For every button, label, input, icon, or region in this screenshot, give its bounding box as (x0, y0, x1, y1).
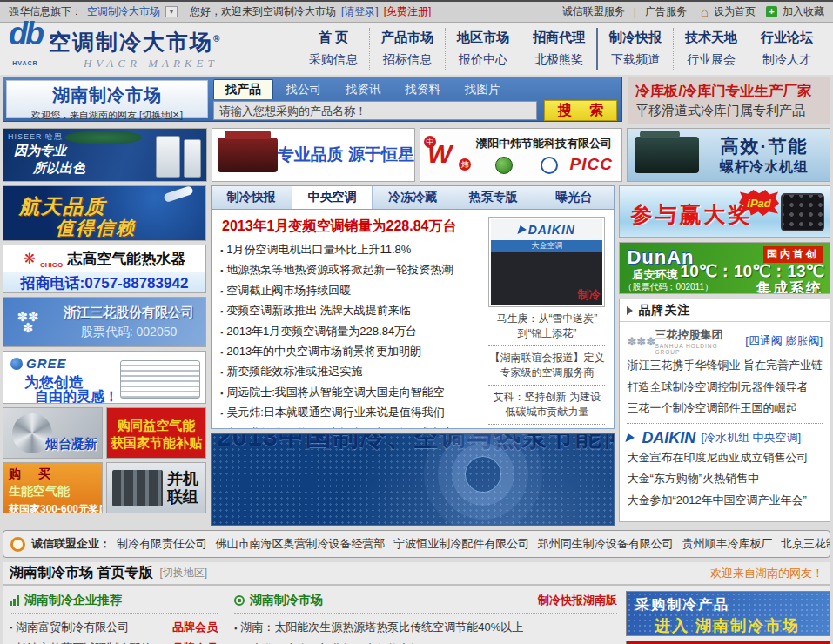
search-row: 湖南制冷市场 欢迎您，来自湖南的网友 [切换地区] 找产品 找公司 找资讯 找资… (0, 75, 833, 124)
ad-service-link[interactable]: 广告服务 (645, 4, 687, 19)
news-item[interactable]: 周远院士:我国将从智能空调大国走向智能空 (220, 383, 480, 403)
sanhua-company: 浙江三花股份有限公司 (52, 305, 205, 321)
set-home-link[interactable]: 设为首页 (714, 4, 756, 19)
brand-news-item[interactable]: 浙江三花携手华锋铜业 旨在完善产业链 (627, 355, 823, 377)
news-item[interactable]: 空调截止阀市场持续回暖 (220, 281, 480, 301)
hunan-express-link[interactable]: 制冷快报湖南版 (538, 593, 617, 608)
nav-col-products: 产品市场 招标信息 (369, 28, 445, 70)
brand-news-item[interactable]: 大金参加“2012年中国空调产业年会” (627, 490, 823, 512)
nav-home[interactable]: 首 页 (309, 30, 358, 46)
prize-text: 参与赢大奖 (630, 200, 752, 229)
tab-refrigeration-express[interactable]: 制冷快报 (212, 186, 292, 209)
expo-banner[interactable]: 2013中国制冷、空调与热泵节能博览会 (211, 433, 615, 526)
login-link[interactable]: [请登录] (341, 4, 379, 19)
tongyi-ad[interactable]: 购同益空气能 获国家节能补贴 (106, 407, 206, 459)
sanhua-brand-name: 三花控股集团 SANHUA HOLDING GROUP (655, 327, 740, 355)
news-headline[interactable]: 2013年1月变频空调销量为228.84万台 (222, 218, 480, 236)
machinery-graphic (112, 470, 163, 506)
nav-tech-world[interactable]: 技术天地 (685, 30, 737, 46)
trust-alliance-strip: 诚信联盟企业： 制冷有限责任公司 佛山市南海区奥营制冷设备经营部 宁波恒业制冷配… (3, 530, 830, 558)
news-item[interactable]: 2013年的中央空调市场前景将更加明朗 (220, 342, 480, 362)
hengxing-banner[interactable]: 专业品质 源于恒星 (212, 128, 415, 182)
region-welcome[interactable]: 欢迎您，来自湖南的网友 [切换地区] (7, 109, 207, 122)
news-item[interactable]: 空调业首份互联网研究报告发布：海尔满意度 (220, 424, 480, 428)
nav-region-market[interactable]: 地区市场 (457, 30, 509, 46)
tab-find-docs[interactable]: 找资料 (394, 80, 453, 99)
nav-refrigeration-express[interactable]: 制冷快报 (609, 30, 662, 46)
dunan-ad[interactable]: DunAn 盾安环境 （股票代码：002011） 国内首创 10℃：10℃：13… (619, 242, 830, 294)
brand-news-item[interactable]: 大金宣布在印度尼西亚成立销售公司 (627, 447, 823, 469)
search-button[interactable]: 搜 索 (544, 100, 617, 121)
buy-banner-line2: 进入 湖南制冷市场 (635, 615, 821, 636)
nav-product-market[interactable]: 产品市场 (381, 30, 433, 46)
trust-service-link[interactable]: 诚信联盟服务 (562, 4, 625, 19)
news-item[interactable]: 1月份空调电机出口量环比上升11.8% (220, 240, 480, 260)
photo-caption-2[interactable]: 【湖南联谊会报道】定义 专家级的空调服务商 (485, 351, 608, 380)
brand-news-item[interactable]: 三花一个制冷空调部件王国的崛起 (627, 398, 823, 419)
polar-bear-award-banner[interactable]: 中国制冷北极熊奖 (626, 641, 830, 644)
news-item[interactable]: 变频空调新政推出 洗牌大战提前来临 (220, 301, 480, 321)
nav-purchase-info[interactable]: 采购信息 (309, 52, 358, 68)
nav-download-channel[interactable]: 下载频道 (609, 52, 662, 68)
company-row[interactable]: 长沙市芙蓉区诚理制冷配件 品牌会员 (10, 638, 218, 644)
sanhua-valve-link[interactable]: [四通阀 膨胀阀] (745, 333, 823, 349)
shengneng-line3: 获国家300-600元奖励 (9, 502, 97, 513)
chevron-down-icon[interactable]: ▼ (165, 6, 178, 17)
tab-find-news[interactable]: 找资讯 (334, 80, 393, 99)
nav-industry-forum[interactable]: 行业论坛 (761, 30, 813, 46)
switch-region-link[interactable]: [切换地区] (159, 566, 207, 580)
screw-chiller-banner[interactable]: 高效·节能 螺杆冷水机组 (627, 128, 830, 182)
sanhua-brand-row: ✽✽✽ 三花控股集团 SANHUA HOLDING GROUP [四通阀 膨胀阀… (627, 327, 823, 355)
photo-caption-1[interactable]: 马生庚：从“雪中送炭” 到“锦上添花” (485, 312, 608, 341)
news-item[interactable]: 2013年1月变频空调销量为228.84万台 (220, 322, 480, 342)
market-news-item[interactable]: 罗京华：广告三部曲打开空气能市场 (234, 639, 617, 644)
nav-agency[interactable]: 招商代理 (533, 30, 585, 46)
news-item[interactable]: 地源热泵等地热资源或将掀起新一轮投资热潮 (220, 260, 480, 280)
nav-polar-bear-award[interactable]: 北极熊奖 (533, 52, 585, 68)
search-input[interactable] (213, 101, 537, 120)
site-logo[interactable]: db HVACR 空调制冷大市场® HVACR MARKET (9, 19, 298, 78)
zhongwei-banner[interactable]: W 中 炜 濮阳中炜节能科技有限公司 PICC (420, 128, 622, 182)
region-title[interactable]: 湖南制冷市场 (7, 84, 207, 107)
bingji-ad[interactable]: 并机 联组 (106, 462, 206, 513)
tab-heat-pump[interactable]: 热泵专版 (453, 186, 534, 209)
brand-site-link[interactable]: 空调制冷大市场 (87, 4, 160, 19)
news-item[interactable]: 吴元炜:日本就暖通空调行业来说是值得我们 (220, 403, 480, 423)
add-favorite-link[interactable]: 加入收藏 (783, 4, 824, 19)
aerospace-ad[interactable]: 航天品质 值得信赖 (3, 185, 206, 241)
daikin-store-photo[interactable]: DAIKIN 大金空调 制冷 (488, 217, 605, 307)
brand-news-item[interactable]: 大金“东方购物”火热销售中 (627, 468, 823, 490)
prize-ad[interactable]: 参与赢大奖 iPad (619, 185, 830, 238)
nav-bidding-info[interactable]: 招标信息 (381, 52, 433, 68)
market-news-item[interactable]: 湖南：太阳能次生源热源塔热泵比传统空调节能40%以上 (234, 617, 617, 639)
trust-companies[interactable]: 制冷有限责任公司 佛山市南海区奥营制冷设备经营部 宁波恒业制冷配件有限公司 郑州… (117, 536, 830, 552)
brand-focus-header: 品牌关注 (620, 299, 830, 322)
tab-central-ac[interactable]: 中央空调 (292, 186, 373, 209)
hengxing-slogan: 专业品质 源于恒星 (278, 144, 414, 166)
tab-find-company[interactable]: 找公司 (275, 80, 333, 99)
globe-icon (495, 157, 513, 174)
tab-find-product[interactable]: 找产品 (213, 79, 273, 99)
news-item[interactable]: 新变频能效标准或推迟实施 (220, 362, 480, 382)
nav-refrigeration-talent[interactable]: 制冷人才 (761, 52, 813, 68)
buy-products-banner[interactable]: 采购制冷产品 进入 湖南制冷市场 (626, 591, 830, 636)
shengneng-line1: 购 买 (9, 466, 97, 482)
gree-ad[interactable]: GREE 为您创造 自由的灵感！ (3, 351, 206, 404)
tongyi-line2: 获国家节能补贴 (107, 434, 205, 452)
shengneng-ad[interactable]: 购 买 生能空气能 获国家300-600元奖励 (3, 462, 103, 513)
sanhua-stock-ad[interactable]: ✽✽✽ 浙江三花股份有限公司 股票代码: 002050 (3, 297, 206, 347)
tab-exposure[interactable]: 曝光台 (534, 186, 615, 209)
daikin-category-link[interactable]: [冷水机组 中央空调] (701, 430, 801, 446)
tab-freezing-storage[interactable]: 冷冻冷藏 (373, 186, 453, 209)
hiseer-banner[interactable]: HISEER 哈思 因为专业 所以出色 (3, 128, 207, 182)
nav-industry-expo[interactable]: 行业展会 (685, 52, 737, 68)
nav-quote-center[interactable]: 报价中心 (457, 52, 509, 68)
brand-news-item[interactable]: 打造全球制冷空调控制元器件领导者 (627, 377, 823, 399)
photo-caption-3[interactable]: 艾科：坚持创新 为建设 低碳城市贡献力量 (485, 390, 608, 419)
company-row[interactable]: 湖南富贸制冷有限公司 品牌会员 (10, 617, 218, 638)
tab-find-images[interactable]: 找图片 (453, 80, 512, 99)
register-link[interactable]: [免费注册] (384, 4, 432, 19)
chigo-ad[interactable]: ❋ CHIGO 志高空气能热水器 招商电话:0757-88783942 (3, 245, 206, 293)
coldroom-ad[interactable]: 冷库板/冷库门专业生产厂家 平移滑道式冷库门属专利产品 (628, 77, 830, 124)
yantai-ad[interactable]: 烟台凝新 (3, 407, 103, 459)
